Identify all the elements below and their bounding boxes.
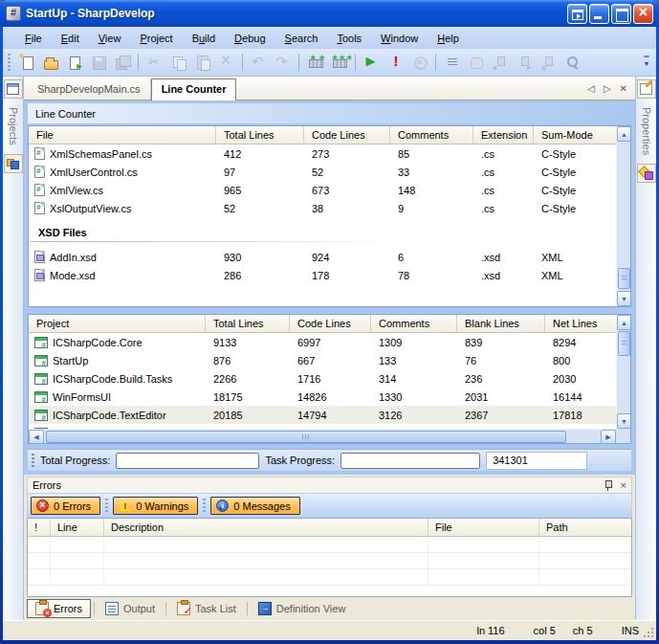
run-icon — [364, 55, 380, 70]
file-table-vscrollbar[interactable]: ▲ ▼ — [616, 126, 630, 306]
tab-sharpdevelopmain-cs[interactable]: SharpDevelopMain.cs — [28, 79, 151, 100]
run-no-debug-button[interactable] — [384, 52, 406, 73]
column-header[interactable]: Description — [104, 519, 428, 536]
close-tab-icon[interactable]: ✕ — [620, 83, 627, 94]
run-no-debug-icon — [388, 55, 404, 70]
column-header[interactable]: Code Lines — [290, 315, 371, 332]
bottom-tab-definition-view[interactable]: Definition View — [251, 599, 354, 618]
new-file-button[interactable] — [15, 52, 37, 73]
properties-tab-button[interactable] — [637, 79, 656, 99]
bottom-tab-errors[interactable]: Errors — [27, 599, 91, 618]
bottom-tab-output[interactable]: Output — [98, 599, 163, 618]
column-header[interactable]: Project — [29, 315, 206, 332]
0-warnings-button[interactable]: 0 Warnings — [113, 497, 198, 515]
properties-tab-label[interactable]: Properties — [641, 107, 652, 155]
file-row[interactable]: XmlUserControl.cs975233.csC-Style — [29, 163, 616, 181]
projects-tab-button[interactable] — [4, 79, 23, 99]
column-header[interactable]: Comments — [371, 315, 457, 332]
minimize-button[interactable] — [589, 4, 609, 24]
tab-line-counter[interactable]: Line Counter — [151, 78, 237, 100]
bottom-tab-task-list[interactable]: Task List — [169, 599, 244, 618]
pin-icon[interactable] — [604, 479, 612, 491]
col-comments: 148 — [390, 185, 473, 196]
menu-window[interactable]: Window — [372, 30, 427, 47]
column-header[interactable]: File — [428, 519, 539, 536]
project-row[interactable]: ICSharpCode.Build.Tasks22661716314236203… — [29, 369, 616, 388]
menu-edit[interactable]: Edit — [53, 30, 88, 47]
rebuild-button[interactable] — [328, 52, 350, 73]
scroll-thumb[interactable] — [618, 268, 630, 289]
progress-strip-grip[interactable] — [32, 454, 34, 468]
close-button[interactable] — [633, 4, 653, 24]
col-ext: .cs — [473, 185, 534, 196]
menu-tools[interactable]: Tools — [328, 30, 370, 47]
search-button[interactable] — [560, 52, 582, 73]
open-button[interactable] — [39, 52, 61, 73]
column-header[interactable]: Path — [539, 519, 631, 536]
tools-tab-button[interactable] — [637, 164, 656, 183]
column-header[interactable]: Line — [51, 519, 104, 536]
classes-tab-button[interactable] — [4, 154, 23, 173]
0-messages-button[interactable]: 0 Messages — [210, 497, 299, 515]
toolbar-grip[interactable] — [8, 54, 11, 71]
0-errors-button[interactable]: 0 Errors — [31, 497, 100, 515]
project-row[interactable]: ICSharpCode.TextEditor201851479431262367… — [29, 406, 616, 424]
column-header[interactable]: Net Lines — [545, 315, 616, 332]
menu-help[interactable]: Help — [428, 30, 468, 47]
window-mode-button[interactable] — [567, 4, 587, 24]
file-row[interactable]: XmlSchemasPanel.cs41227385.csC-Style — [29, 144, 616, 163]
menu-view[interactable]: View — [90, 30, 130, 47]
file-row[interactable]: Mode.xsd28617878.xsdXML — [29, 266, 616, 284]
task-progress-label: Task Progress: — [265, 455, 335, 466]
column-header[interactable]: Blank Lines — [457, 315, 545, 332]
scroll-right-icon[interactable]: ▶ — [601, 430, 616, 444]
projects-tab-label[interactable]: Projects — [8, 107, 19, 145]
errors-close-icon[interactable]: × — [621, 480, 626, 491]
column-header[interactable]: Sum-Mode — [534, 126, 616, 144]
column-header[interactable]: Extension — [473, 126, 534, 144]
menu-search[interactable]: Search — [276, 30, 327, 47]
errors-table: !LineDescriptionFilePath — [27, 518, 632, 597]
project-table-hscrollbar[interactable]: ◀ ▶ — [29, 429, 616, 443]
open-icon — [43, 55, 58, 70]
column-header[interactable]: File — [29, 126, 216, 144]
resize-grip[interactable] — [644, 628, 654, 638]
scroll-up-icon[interactable]: ▲ — [617, 126, 631, 142]
next-tab-icon[interactable]: ▷ — [604, 83, 611, 94]
scroll-thumb[interactable] — [46, 431, 566, 443]
scroll-up-icon[interactable]: ▲ — [617, 315, 631, 330]
tools-icon — [640, 167, 652, 179]
column-header[interactable]: Total Lines — [216, 126, 304, 144]
project-row[interactable]: WinFormsUI18175148261330203116144 — [29, 388, 616, 406]
column-header[interactable]: Code Lines — [304, 126, 390, 144]
file-row[interactable]: XslOutputView.cs52389.csC-Style — [29, 199, 616, 217]
maximize-button[interactable] — [611, 4, 631, 24]
defview-tab-icon — [258, 602, 272, 615]
project-table-vscrollbar[interactable]: ▲ ▼ — [616, 315, 630, 429]
open-project-button[interactable] — [63, 52, 85, 73]
cut-icon — [147, 55, 163, 70]
scroll-thumb[interactable] — [618, 331, 630, 356]
menu-file[interactable]: File — [16, 30, 51, 47]
scroll-down-icon[interactable]: ▼ — [617, 291, 631, 306]
titlebar[interactable]: StartUp - SharpDevelop — [0, 0, 659, 27]
scroll-left-icon[interactable]: ◀ — [29, 430, 44, 444]
col-blank: 236 — [457, 373, 545, 385]
column-header[interactable]: Comments — [390, 126, 473, 144]
bookmark-list-button[interactable] — [441, 52, 463, 73]
column-header[interactable]: Total Lines — [206, 315, 290, 332]
menu-project[interactable]: Project — [131, 30, 181, 47]
run-button[interactable] — [361, 52, 383, 73]
build-button[interactable] — [304, 52, 326, 73]
toolbar: ▔▼ — [3, 49, 656, 77]
menu-build[interactable]: Build — [184, 30, 224, 47]
column-header[interactable]: ! — [28, 519, 51, 536]
project-row[interactable]: ICSharpCode.Core9133699713098398294 — [29, 333, 616, 351]
toolbar-overflow-icon[interactable]: ▔▼ — [641, 58, 652, 66]
prev-tab-icon[interactable]: ◁ — [587, 83, 595, 94]
file-row[interactable]: XmlView.cs965673148.csC-Style — [29, 181, 616, 199]
project-row[interactable]: StartUp87666713376800 — [29, 351, 616, 369]
menu-debug[interactable]: Debug — [226, 30, 274, 47]
file-row[interactable]: AddIn.xsd9309246.xsdXML — [29, 248, 616, 266]
scroll-down-icon[interactable]: ▼ — [617, 413, 631, 429]
